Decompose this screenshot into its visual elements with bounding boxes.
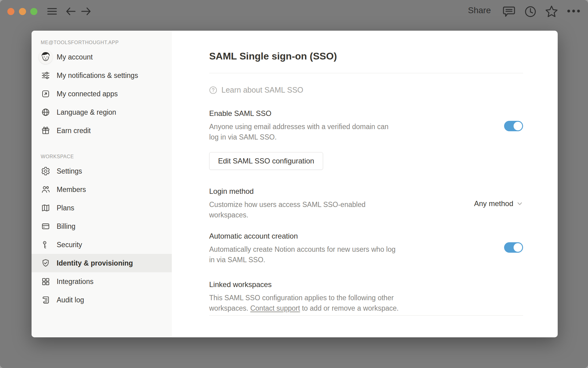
login-method-selected-value: Any method	[474, 199, 513, 208]
learn-link-label: Learn about SAML SSO	[221, 86, 303, 94]
auto-account-description: Automatically create Notion accounts for…	[209, 244, 399, 265]
avatar	[39, 50, 53, 64]
sidebar-item-plans[interactable]: Plans	[32, 199, 172, 217]
sidebar-item-integrations[interactable]: Integrations	[32, 272, 172, 291]
star-icon[interactable]	[545, 5, 558, 18]
saml-settings-panel: SAML Single sign-on (SSO) Learn about SA…	[172, 31, 558, 337]
linked-workspaces-heading: Linked workspaces	[209, 280, 523, 289]
map-icon	[41, 203, 51, 213]
login-method-dropdown[interactable]: Any method	[474, 199, 523, 208]
sidebar-item-label: Plans	[57, 204, 74, 212]
sidebar-item-security[interactable]: Security	[32, 236, 172, 254]
credit-card-icon	[41, 221, 51, 231]
people-icon	[41, 185, 51, 194]
titlebar: Share	[0, 0, 588, 20]
settings-sidebar: ME@TOOLSFORTHOUGHT.APP My account	[32, 31, 172, 337]
history-clock-icon[interactable]	[524, 6, 537, 18]
enable-saml-heading: Enable SAML SSO	[209, 109, 523, 118]
login-method-description: Customize how users access SAML SSO-enab…	[209, 199, 399, 220]
sidebar-item-label: Audit log	[57, 296, 84, 304]
key-icon	[41, 240, 51, 250]
close-window-button[interactable]	[7, 8, 14, 15]
settings-modal: ME@TOOLSFORTHOUGHT.APP My account	[32, 31, 558, 337]
question-circle-icon	[209, 86, 217, 94]
divider	[209, 315, 523, 316]
hamburger-icon[interactable]	[47, 7, 58, 16]
login-method-row: Login method Customize how users access …	[209, 186, 523, 220]
sidebar-item-label: Security	[57, 241, 82, 249]
sidebar-item-billing[interactable]: Billing	[32, 217, 172, 236]
chevron-down-icon	[516, 200, 523, 207]
account-section-header: ME@TOOLSFORTHOUGHT.APP	[41, 40, 172, 45]
edit-saml-config-button[interactable]: Edit SAML SSO configuration	[209, 152, 323, 170]
sidebar-item-notifications-settings[interactable]: My notifications & settings	[32, 66, 172, 85]
scroll-icon	[41, 295, 51, 305]
sidebar-item-label: Billing	[57, 222, 75, 231]
ellipsis-icon[interactable]	[567, 9, 580, 13]
zoom-window-button[interactable]	[30, 8, 37, 15]
sidebar-item-identity-provisioning[interactable]: Identity & provisioning	[32, 254, 172, 272]
sidebar-item-connected-apps[interactable]: My connected apps	[32, 85, 172, 103]
app-window: Share ME@TOOLSFORTHOUGHT.APP	[0, 0, 588, 368]
linked-workspaces-row: Linked workspaces This SAML SSO configur…	[209, 280, 523, 313]
sidebar-item-label: Integrations	[57, 278, 93, 286]
sidebar-item-label: Members	[57, 186, 86, 194]
page-title: SAML Single sign-on (SSO)	[209, 50, 523, 63]
sidebar-item-my-account[interactable]: My account	[32, 48, 172, 66]
divider	[209, 73, 523, 73]
toggle-knob	[514, 243, 522, 252]
auto-account-heading: Automatic account creation	[209, 231, 523, 241]
sliders-icon	[41, 71, 51, 80]
sidebar-item-label: Identity & provisioning	[57, 259, 133, 267]
enable-saml-toggle[interactable]	[504, 121, 523, 131]
linked-workspaces-description: This SAML SSO configuration applies to t…	[209, 293, 399, 313]
enable-saml-row: Enable SAML SSO Anyone using email addre…	[209, 109, 523, 142]
comment-icon[interactable]	[503, 6, 515, 18]
back-arrow-icon[interactable]	[65, 6, 77, 16]
description-text: to add or remove a workspace.	[300, 304, 399, 312]
contact-support-link[interactable]: Contact support	[250, 304, 300, 312]
arrow-up-right-square-icon	[41, 89, 51, 99]
enable-saml-description: Anyone using email addresses with a veri…	[209, 121, 399, 142]
learn-about-saml-link[interactable]: Learn about SAML SSO	[209, 86, 523, 94]
login-method-heading: Login method	[209, 186, 523, 196]
sidebar-item-settings[interactable]: Settings	[32, 162, 172, 180]
sidebar-item-label: Earn credit	[57, 127, 91, 135]
workspace-section-header: WORKSPACE	[41, 154, 172, 159]
auto-account-row: Automatic account creation Automatically…	[209, 231, 523, 265]
sidebar-item-language-region[interactable]: Language & region	[32, 103, 172, 121]
toggle-knob	[514, 122, 522, 130]
gift-icon	[41, 126, 51, 136]
grid-icon	[41, 277, 51, 286]
shield-check-icon	[41, 258, 51, 268]
sidebar-item-label: Language & region	[57, 108, 116, 117]
sidebar-item-label: My connected apps	[57, 90, 118, 98]
sidebar-item-label: Settings	[57, 167, 82, 175]
sidebar-item-earn-credit[interactable]: Earn credit	[32, 121, 172, 140]
auto-account-toggle[interactable]	[504, 242, 523, 253]
gear-icon	[41, 166, 51, 176]
forward-arrow-icon[interactable]	[80, 6, 92, 16]
globe-icon	[41, 107, 51, 117]
sidebar-item-members[interactable]: Members	[32, 180, 172, 199]
sidebar-item-label: My notifications & settings	[57, 71, 138, 80]
sidebar-item-audit-log[interactable]: Audit log	[32, 291, 172, 309]
share-button[interactable]: Share	[468, 6, 491, 15]
sidebar-item-label: My account	[57, 53, 93, 61]
minimize-window-button[interactable]	[19, 8, 26, 15]
